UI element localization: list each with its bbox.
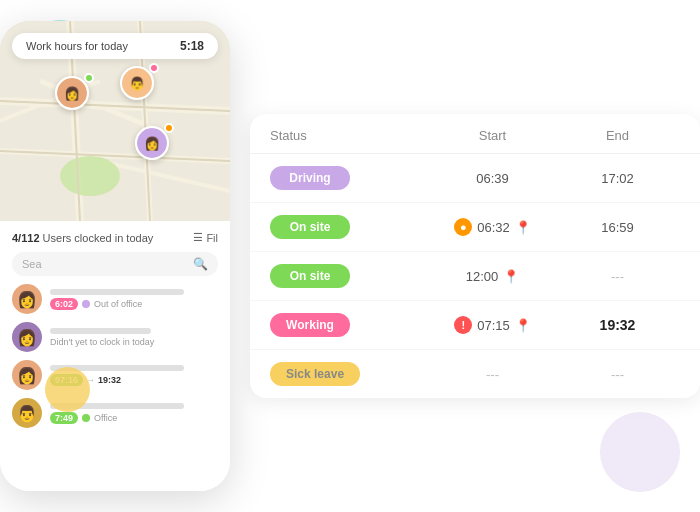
end-cell: --- — [555, 367, 680, 382]
table-row[interactable]: Driving 06:39 17:02 — [250, 154, 700, 203]
map-avatar-2: 👨 — [120, 66, 154, 100]
table-row[interactable]: On site ● 06:32 📍 16:59 — [250, 203, 700, 252]
list-item[interactable]: 👨 7:49 Office — [12, 398, 218, 428]
emp-info: 6:02 Out of office — [50, 289, 218, 310]
end-cell: 16:59 — [555, 220, 680, 235]
avatar: 👨 — [12, 398, 42, 428]
location-pin-icon: 📍 — [515, 220, 531, 235]
status-cell: Working — [270, 313, 430, 337]
svg-point-8 — [60, 156, 120, 196]
status-cell: On site — [270, 215, 430, 239]
phone-body: 4/112 Users clocked in today ☰ Fil Sea 🔍… — [0, 221, 230, 491]
start-cell: --- — [430, 367, 555, 382]
location-pin-icon: 📍 — [515, 318, 531, 333]
schedule-panel: Status Start End Driving 06:39 17:02 On … — [250, 114, 700, 398]
filter-button[interactable]: ☰ Fil — [193, 231, 218, 244]
end-cell: 19:32 — [555, 317, 680, 333]
header-end: End — [555, 128, 680, 143]
map-dot-3 — [164, 123, 174, 133]
map-dot-2 — [149, 63, 159, 73]
header-start: Start — [430, 128, 555, 143]
search-icon: 🔍 — [193, 257, 208, 271]
end-cell: --- — [555, 269, 680, 284]
clocked-row: 4/112 Users clocked in today ☰ Fil — [12, 231, 218, 244]
status-badge: Sick leave — [270, 362, 360, 386]
phone-mockup: Work hours for today 5:18 👩 👨 👩 4/112 Us… — [0, 21, 230, 491]
avatar: 👩 — [12, 322, 42, 352]
clocked-text: 4/112 Users clocked in today — [12, 232, 153, 244]
table-row[interactable]: Working ! 07:15 📍 19:32 — [250, 301, 700, 350]
avatar: 👩 — [12, 284, 42, 314]
header-status: Status — [270, 128, 430, 143]
list-item[interactable]: 👩 Didn't yet to clock in today — [12, 322, 218, 352]
status-cell: Driving — [270, 166, 430, 190]
table-row[interactable]: Sick leave --- --- — [250, 350, 700, 398]
emp-info: Didn't yet to clock in today — [50, 328, 218, 347]
decorative-circle-purple — [600, 412, 680, 492]
decorative-circle-yellow — [45, 367, 90, 412]
list-item[interactable]: 👩 07:16 → 19:32 — [12, 360, 218, 390]
status-badge: Driving — [270, 166, 350, 190]
start-cell: 12:00 📍 — [430, 269, 555, 284]
status-badge: On site — [270, 264, 350, 288]
work-hours-label: Work hours for today — [26, 40, 128, 52]
status-cell: Sick leave — [270, 362, 430, 386]
search-placeholder: Sea — [22, 258, 193, 270]
location-pin-icon: 📍 — [503, 269, 519, 284]
map-avatar-1: 👩 — [55, 76, 89, 110]
status-cell: On site — [270, 264, 430, 288]
avatar: 👩 — [12, 360, 42, 390]
start-cell: ● 06:32 📍 — [430, 218, 555, 236]
map-avatar-3: 👩 — [135, 126, 169, 160]
map-dot-1 — [84, 73, 94, 83]
work-hours-time: 5:18 — [180, 39, 204, 53]
exclaim-icon: ! — [454, 316, 472, 334]
end-cell: 17:02 — [555, 171, 680, 186]
table-row[interactable]: On site 12:00 📍 --- — [250, 252, 700, 301]
status-badge: On site — [270, 215, 350, 239]
start-cell: ! 07:15 📍 — [430, 316, 555, 334]
work-hours-bar: Work hours for today 5:18 — [12, 33, 218, 59]
schedule-header: Status Start End — [250, 114, 700, 154]
list-item[interactable]: 👩 6:02 Out of office — [12, 284, 218, 314]
status-badge: Working — [270, 313, 350, 337]
search-bar[interactable]: Sea 🔍 — [12, 252, 218, 276]
map-area: Work hours for today 5:18 👩 👨 👩 — [0, 21, 230, 221]
start-cell: 06:39 — [430, 171, 555, 186]
orange-dot-icon: ● — [454, 218, 472, 236]
